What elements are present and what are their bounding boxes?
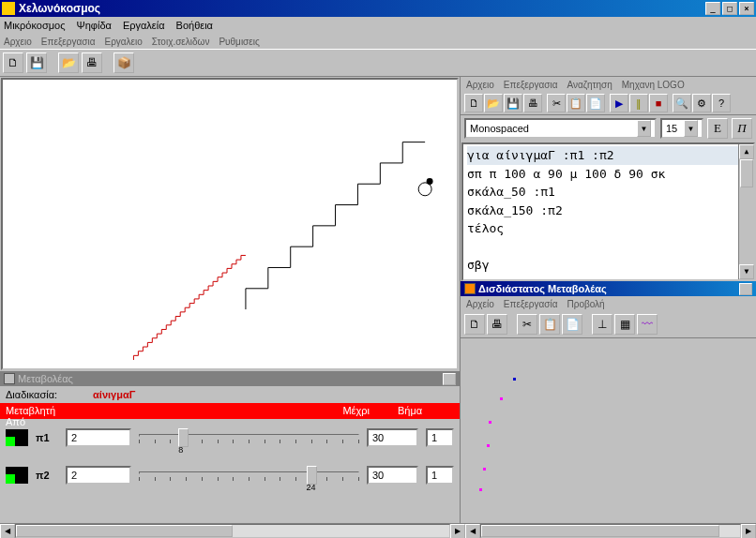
- v2d-grid-button[interactable]: ▦: [614, 314, 635, 335]
- trace-dot: [487, 444, 490, 447]
- menu-psifida[interactable]: Ψηφίδα: [77, 20, 112, 31]
- code-line[interactable]: σκάλα_150 :π2: [467, 202, 749, 220]
- variator2d-icon: [464, 283, 476, 294]
- scroll-up-button[interactable]: ▲: [739, 144, 754, 159]
- v2d-new-button[interactable]: 🗋: [464, 314, 485, 335]
- run-button[interactable]: ▶: [610, 94, 628, 112]
- v2d-copy-button[interactable]: 📋: [539, 314, 560, 335]
- pause-button[interactable]: ‖: [629, 94, 648, 112]
- code-editor[interactable]: για αίνιγμαΓ :π1 :π2σπ π 100 α 90 μ 100 …: [461, 142, 755, 281]
- header-variable: Μεταβλητή Από: [6, 405, 90, 417]
- font-family-value: Monospaced: [470, 123, 529, 134]
- open-button[interactable]: 📂: [58, 52, 79, 73]
- submenu-pageelems[interactable]: Στοιχ.σελιδων: [152, 37, 210, 47]
- ed-save-button[interactable]: 💾: [504, 94, 522, 112]
- scroll-down-button[interactable]: ▼: [739, 264, 754, 279]
- v2d-trace-button[interactable]: 〰: [637, 314, 658, 335]
- code-line[interactable]: για αίνιγμαΓ :π1 :π2: [467, 146, 749, 165]
- find-button[interactable]: 🔍: [673, 94, 691, 112]
- variator2d-panel: Δισδιάστατος Μεταβολέας Αρχείο Επεξεργασ…: [461, 281, 756, 523]
- font-toolbar: Monospaced ▼ 15 ▼ Ε Π: [461, 115, 756, 142]
- trace-dot: [513, 378, 516, 381]
- menu-ergaleia[interactable]: Εργαλεία: [123, 20, 165, 31]
- slider-step-input[interactable]: [426, 466, 454, 485]
- stop-button[interactable]: ■: [649, 94, 668, 112]
- turtle-icon: [418, 183, 431, 196]
- slider-track[interactable]: 8: [139, 426, 359, 449]
- minimize-button[interactable]: _: [705, 2, 720, 15]
- submenu-edit[interactable]: Επεξεργασια: [41, 37, 96, 47]
- turtle-canvas[interactable]: [1, 78, 459, 370]
- slider-thumb[interactable]: [307, 466, 317, 485]
- v2d-cut-button[interactable]: ✂: [517, 314, 537, 335]
- v2d-menu-view[interactable]: Προβολή: [567, 299, 604, 309]
- ed-paste-button[interactable]: 📄: [586, 94, 605, 112]
- hscroll-thumb[interactable]: [16, 525, 233, 537]
- main-toolbar: 🗋 💾 📂 🖶 📦: [0, 49, 756, 77]
- submenu-file[interactable]: Αρχειο: [4, 37, 32, 47]
- slider-to-input[interactable]: [367, 466, 418, 485]
- font-family-select[interactable]: Monospaced ▼: [464, 118, 657, 139]
- v2d-print-button[interactable]: 🖶: [487, 314, 507, 335]
- bold-button[interactable]: Ε: [707, 118, 728, 139]
- variator-panel-icon: [4, 373, 15, 384]
- submenu-settings[interactable]: Ρυθμισεις: [219, 37, 259, 47]
- ed-new-button[interactable]: 🗋: [464, 94, 483, 112]
- font-size-select[interactable]: 15 ▼: [660, 118, 703, 139]
- hscroll-left-button[interactable]: ◀: [0, 524, 15, 538]
- trace-dot: [483, 468, 486, 471]
- menu-mikrokosmos[interactable]: Μικρόκοσμος: [4, 20, 66, 31]
- editor-scrollbar[interactable]: ▲ ▼: [738, 144, 753, 279]
- ed-print-button[interactable]: 🖶: [523, 94, 542, 112]
- hscroll2-right-button[interactable]: ▶: [741, 524, 756, 538]
- slider-step-input[interactable]: [426, 428, 454, 447]
- drawing-svg: [3, 80, 457, 368]
- hscroll2-thumb[interactable]: [481, 525, 719, 537]
- code-line[interactable]: τέλος: [467, 219, 749, 238]
- scroll-thumb[interactable]: [740, 159, 753, 187]
- horizontal-scrollbar[interactable]: ◀ ▶ ◀ ▶: [0, 523, 756, 538]
- print-button[interactable]: 🖶: [82, 52, 102, 73]
- maximize-button[interactable]: □: [722, 2, 737, 15]
- tool-a-button[interactable]: ⚙: [692, 94, 711, 112]
- slider-thumb[interactable]: [178, 428, 189, 447]
- code-line[interactable]: σπ π 100 α 90 μ 100 δ 90 σκ: [467, 165, 749, 184]
- variator2d-canvas[interactable]: [461, 338, 756, 523]
- ed-copy-button[interactable]: 📋: [567, 94, 585, 112]
- editor-menu-search[interactable]: Αναζητηση: [567, 80, 612, 90]
- variator2d-maximize-button[interactable]: [739, 283, 752, 295]
- slider-track[interactable]: 24: [139, 464, 359, 486]
- slider-to-input[interactable]: [367, 428, 418, 447]
- code-line[interactable]: σβγ: [467, 256, 749, 275]
- package-button[interactable]: 📦: [113, 52, 134, 73]
- help-button[interactable]: ?: [712, 94, 731, 112]
- close-button[interactable]: ×: [739, 2, 754, 15]
- hscroll-track[interactable]: [15, 524, 450, 538]
- slider-from-input[interactable]: [66, 428, 131, 447]
- submenu-tool[interactable]: Εργαλειο: [104, 37, 142, 47]
- slider-from-input[interactable]: [66, 466, 131, 485]
- variator-maximize-button[interactable]: [443, 373, 456, 385]
- hscroll2-track[interactable]: [480, 524, 741, 538]
- v2d-axes-button[interactable]: ⊥: [592, 314, 612, 335]
- editor-menu-logo[interactable]: Μηχανη LOGO: [622, 80, 685, 90]
- trace-dot: [489, 421, 491, 424]
- code-line[interactable]: σκάλα_50 :π1: [467, 183, 749, 202]
- code-line[interactable]: [467, 238, 749, 257]
- new-button[interactable]: 🗋: [3, 52, 23, 73]
- header-to: Μέχρι: [90, 405, 398, 417]
- hscroll2-left-button[interactable]: ◀: [465, 524, 480, 538]
- ed-open-button[interactable]: 📂: [484, 94, 503, 112]
- editor-menu-file[interactable]: Αρχειο: [466, 80, 494, 90]
- editor-menu-edit[interactable]: Επεξεργασια: [504, 80, 558, 90]
- variator-panel: Μεταβολέας Διαδικασία: αίνιγμαΓ Μεταβλητ…: [0, 371, 460, 523]
- save-button[interactable]: 💾: [26, 52, 47, 73]
- v2d-menu-edit[interactable]: Επεξεργασία: [504, 299, 558, 309]
- menu-voitheia[interactable]: Βοήθεια: [176, 20, 213, 31]
- italic-button[interactable]: Π: [732, 118, 752, 139]
- v2d-menu-file[interactable]: Αρχείο: [466, 299, 494, 309]
- ed-cut-button[interactable]: ✂: [547, 94, 566, 112]
- hscroll-right-button[interactable]: ▶: [450, 524, 465, 538]
- app-icon: [2, 2, 15, 15]
- v2d-paste-button[interactable]: 📄: [562, 314, 582, 335]
